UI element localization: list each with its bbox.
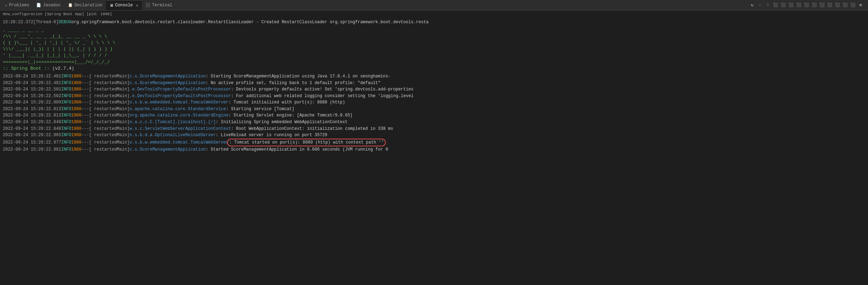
log-level: INFO xyxy=(61,119,71,126)
toolbar-btn10[interactable]: ⬛ xyxy=(842,2,848,8)
log-dash: --- xyxy=(81,73,89,80)
tab-bar: ⚠ Problems 📄 Javadoc 📋 Declaration 🖥 Con… xyxy=(0,0,868,11)
log-line-2: 2022-09-24 15:20:22.501 INFO 1980 --- [ … xyxy=(3,86,865,93)
stop-icon[interactable]: ✕ xyxy=(757,2,763,8)
log-msg: : Devtools property defaults active! Set… xyxy=(231,86,413,93)
log-dash: --- xyxy=(81,119,89,126)
log-pid: 1980 xyxy=(71,146,81,153)
tab-list: ⚠ Problems 📄 Javadoc 📋 Declaration 🖥 Con… xyxy=(1,0,176,10)
log-msg: : Tomcat initialized with port(s): 8080 … xyxy=(228,99,345,106)
log-msg: : Started ScoreManagementApplication in … xyxy=(206,146,388,153)
terminal-icon: ⬛ xyxy=(145,3,150,7)
log-ts: 2022-09-24 15:20:22.502 xyxy=(3,93,61,100)
log-thread: [ restartedMain] xyxy=(89,139,130,146)
log-pid: 1980 xyxy=(71,73,81,80)
log-pid: 1980 xyxy=(71,126,81,132)
debug-thread: [Thread-0] xyxy=(33,19,58,26)
log-dash: --- xyxy=(81,99,89,106)
banner-spring-label: :: Spring Boot :: (v2.7.4) xyxy=(3,65,865,72)
toolbar-btn3[interactable]: ⬛ xyxy=(788,2,794,8)
restart-icon[interactable]: ↻ xyxy=(749,2,755,8)
spring-banner: . ____ _ __ _ _ /\\ / ___'_ __ _ _(_)_ _… xyxy=(3,26,865,73)
log-thread: [ restartedMain] xyxy=(89,146,130,153)
log-level: INFO xyxy=(61,132,71,139)
log-level: INFO xyxy=(61,139,71,146)
log-dash: --- xyxy=(81,80,89,87)
log-msg: : Initializing Spring embedded WebApplic… xyxy=(216,119,347,126)
toolbar-btn5[interactable]: ⬛ xyxy=(803,2,810,8)
log-pid: 1980 xyxy=(71,106,81,113)
log-level: INFO xyxy=(61,106,71,113)
debug-line: 15:20:22.372 [Thread-0] DEBUG org.spring… xyxy=(3,19,865,26)
log-logger: c.s.ScoreManagementApplication xyxy=(130,80,206,87)
log-pid: 1980 xyxy=(71,99,81,106)
toolbar-btn6[interactable]: ⬛ xyxy=(811,2,817,8)
log-line-9: 2022-09-24 15:20:22.965 INFO 1980 --- [ … xyxy=(3,132,865,139)
toolbar-btn9[interactable]: ⬛ xyxy=(834,2,841,8)
toolbar-btn8[interactable]: ⬛ xyxy=(826,2,833,8)
config-bar: New_configuration [Spring Boot App] [pid… xyxy=(0,11,868,18)
log-level: INFO xyxy=(61,146,71,153)
log-pid: 1980 xyxy=(71,132,81,139)
toolbar-btn4[interactable]: ⬛ xyxy=(795,2,802,8)
log-ts: 2022-09-24 15:20:22.840 xyxy=(3,126,61,132)
log-line-5: 2022-09-24 15:20:22.813 INFO 1980 --- [ … xyxy=(3,106,865,113)
log-ts: 2022-09-24 15:20:22.840 xyxy=(3,119,61,126)
log-container: 2022-09-24 15:20:22.481 INFO 1980 --- [ … xyxy=(3,73,865,153)
tab-javadoc[interactable]: 📄 Javadoc xyxy=(33,0,64,10)
toolbar-btn1[interactable]: ⬛ xyxy=(772,2,779,8)
log-msg: : Starting service [Tomcat] xyxy=(226,106,294,113)
banner-line1: . ____ _ __ _ _ xyxy=(3,27,865,33)
tab-problems[interactable]: ⚠ Problems xyxy=(1,0,33,10)
log-ts: 2022-09-24 15:20:22.481 xyxy=(3,73,61,80)
config-text: New_configuration [Spring Boot App] [pid… xyxy=(3,12,112,16)
log-dash: --- xyxy=(81,106,89,113)
log-msg: : No active profile set, falling back to… xyxy=(206,80,380,87)
log-ts: 2022-09-24 15:20:22.813 xyxy=(3,106,61,113)
log-level: INFO xyxy=(61,80,71,87)
toolbar-btn7[interactable]: ⬛ xyxy=(819,2,825,8)
log-level: INFO xyxy=(61,73,71,80)
log-logger: o.a.c.c.C.[Tomcat].[localhost].[/] xyxy=(130,119,216,126)
log-line-6: 2022-09-24 15:20:22.813 INFO 1980 --- [ … xyxy=(3,112,865,119)
tab-declaration[interactable]: 📋 Declaration xyxy=(64,0,106,10)
log-logger: o.s.b.w.embedded.tomcat.TomcatWebServer xyxy=(130,139,228,146)
banner-line3: ( ( )\___ | '_ | '_| | '_ \/ _` | \ \ \ … xyxy=(3,40,865,46)
log-thread: [ restartedMain] xyxy=(89,99,130,106)
log-pid: 1980 xyxy=(71,93,81,100)
tab-console[interactable]: 🖥 Console ✕ xyxy=(106,0,142,10)
log-logger: o.s.b.d.a.OptionalLiveReloadServer xyxy=(130,132,216,139)
log-thread: [ restartedMain] xyxy=(89,80,130,87)
log-logger: w.s.c.ServletWebServerApplicationContext xyxy=(130,126,231,132)
log-ts: 2022-09-24 15:20:22.981 xyxy=(3,146,61,153)
banner-line4: \\\/ ___)| |_)| | | | | || (_| | ) ) ) ) xyxy=(3,46,865,52)
log-msg-highlight: : Tomcat started on port(s): 8080 (http)… xyxy=(227,139,386,147)
tab-terminal[interactable]: ⬛ Terminal xyxy=(142,0,176,10)
log-logger: .e.DevToolsPropertyDefaultsPostProcessor xyxy=(130,93,231,100)
log-dash: --- xyxy=(81,146,89,153)
toolbar-right: ↻ ✕ ⏸ ⬛ ⬛ ⬛ ⬛ ⬛ ⬛ ⬛ ⬛ ⬛ ⬛ ⬛ ⚙ xyxy=(749,2,867,8)
pause-icon[interactable]: ⏸ xyxy=(765,2,771,8)
log-thread: [ restartedMain] xyxy=(89,86,130,93)
debug-msg: org.springframework.boot.devtools.restar… xyxy=(71,19,428,26)
toolbar-btn11[interactable]: ⬛ xyxy=(850,2,856,8)
log-dash: --- xyxy=(81,126,89,132)
log-line-0: 2022-09-24 15:20:22.481 INFO 1980 --- [ … xyxy=(3,73,865,80)
declaration-icon: 📋 xyxy=(68,3,73,7)
tab-javadoc-label: Javadoc xyxy=(43,3,61,8)
log-thread: [ restartedMain] xyxy=(89,119,130,126)
toolbar-btn2[interactable]: ⬛ xyxy=(780,2,786,8)
log-dash: --- xyxy=(81,112,89,119)
tab-terminal-label: Terminal xyxy=(152,3,172,8)
debug-ts: 15:20:22.372 xyxy=(3,19,33,26)
log-line-7: 2022-09-24 15:20:22.840 INFO 1980 --- [ … xyxy=(3,119,865,126)
tab-console-close[interactable]: ✕ xyxy=(136,3,138,8)
log-dash: --- xyxy=(81,93,89,100)
settings-icon[interactable]: ⚙ xyxy=(857,2,864,8)
log-msg: : Starting Servlet engine: [Apache Tomca… xyxy=(228,112,353,119)
log-ts: 2022-09-24 15:20:22.813 xyxy=(3,112,61,119)
log-pid: 1980 xyxy=(71,86,81,93)
log-pid: 1980 xyxy=(71,112,81,119)
log-logger: org.apache.catalina.core.StandardEngine xyxy=(130,112,228,119)
log-ts: 2022-09-24 15:20:22.501 xyxy=(3,86,61,93)
